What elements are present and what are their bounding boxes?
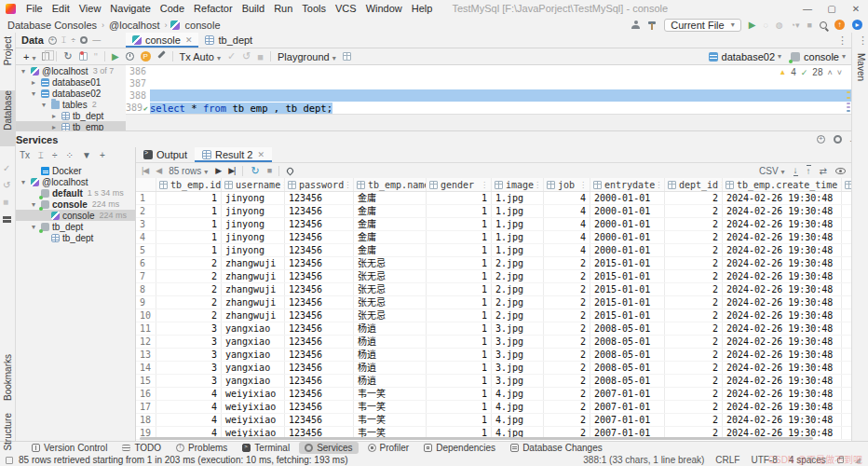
table-cell[interactable]: 金庸 <box>354 218 427 230</box>
table-cell[interactable]: 2024-02-26 19:30:48 <box>723 336 842 348</box>
table-cell[interactable]: zhangwuji <box>222 296 285 308</box>
table-cell[interactable]: 2 <box>156 283 222 295</box>
table-cell[interactable]: 1 <box>427 362 492 374</box>
reload-page-icon[interactable]: ↻ <box>251 165 259 177</box>
stop-query-icon[interactable]: ■ <box>267 166 271 175</box>
table-cell[interactable]: 4 <box>156 414 222 426</box>
column-header-entrydate[interactable]: entrydate⋮ <box>590 178 665 191</box>
sort-icon[interactable]: ⋮ <box>481 181 488 189</box>
profiler-button[interactable]: ◔▾ <box>791 21 800 30</box>
output-layout-icon[interactable] <box>343 52 351 61</box>
table-cell[interactable]: jinyong <box>222 218 285 230</box>
tree-item-tb_dept[interactable]: ▸tb_dept <box>16 110 126 121</box>
run-button[interactable]: ▶ <box>749 20 756 30</box>
table-cell[interactable]: 2000-01-01 <box>590 192 665 204</box>
table-cell[interactable]: 2 <box>665 336 723 348</box>
readonly-lock-icon[interactable] <box>837 458 844 463</box>
table-cell[interactable]: 2 <box>665 296 723 308</box>
table-cell[interactable]: 张无忌 <box>354 283 427 295</box>
table-row[interactable]: 102zhangwuji123456张无忌12.jpg22015-01-0122… <box>136 309 868 322</box>
column-header-tb_emp.id[interactable]: tb_emp.id⋮ <box>156 178 222 191</box>
table-cell[interactable]: 1 <box>427 388 492 400</box>
menu-view[interactable]: View <box>75 3 106 14</box>
table-cell[interactable]: 1 <box>427 231 492 243</box>
close-window-icon[interactable]: ✕ <box>844 4 868 14</box>
sort-icon[interactable]: ⋮ <box>534 181 541 189</box>
modify-table-icon[interactable] <box>79 52 88 61</box>
rollback-icon[interactable]: ↺ <box>3 180 10 190</box>
commit-button[interactable]: ✓ <box>227 50 236 62</box>
minimize-window-icon[interactable]: — <box>795 4 820 14</box>
table-row[interactable]: 41jinyong123456金庸11.jpg42000-01-0122024-… <box>136 231 868 244</box>
table-cell[interactable]: 杨逍 <box>354 349 427 361</box>
table-cell[interactable]: 金庸 <box>354 205 427 217</box>
table-cell[interactable]: 2 <box>665 388 723 400</box>
table-cell[interactable]: 2015-01-01 <box>590 257 665 269</box>
table-row[interactable]: 174weiyixiao123456韦一笑14.jpg22007-01-0122… <box>136 401 868 414</box>
table-cell[interactable]: 2024-02-26 19:30:48 <box>723 231 842 243</box>
menu-edit[interactable]: Edit <box>47 3 75 14</box>
table-cell[interactable]: 123456 <box>285 401 354 413</box>
table-cell[interactable]: 123456 <box>285 244 354 256</box>
table-cell[interactable]: 1.jpg <box>492 205 544 217</box>
table-cell[interactable]: 2 <box>665 309 723 322</box>
stop-session-icon[interactable]: ■ <box>3 197 8 207</box>
table-cell[interactable]: 2024-02-26 19:30:48 <box>723 414 842 426</box>
table-cell[interactable]: 2024-02-26 19:30:48 <box>723 349 842 361</box>
playground-mode-icon[interactable]: P <box>141 51 151 62</box>
table-cell[interactable]: 2 <box>544 296 590 308</box>
table-cell[interactable]: 123456 <box>285 336 354 348</box>
table-cell[interactable]: 4 <box>544 244 590 256</box>
table-cell[interactable]: 2 <box>665 205 723 217</box>
menu-refactor[interactable]: Refactor <box>189 3 237 14</box>
toolwindow-button-problems[interactable]: Problems <box>170 442 233 454</box>
table-cell[interactable]: 123456 <box>285 349 354 361</box>
table-cell[interactable]: 2 <box>665 322 723 335</box>
table-cell[interactable]: 2 <box>665 375 723 387</box>
table-cell[interactable]: 123456 <box>285 309 354 322</box>
table-cell[interactable]: 2024-02-26 19:30:48 <box>723 257 842 269</box>
table-cell[interactable]: 4 <box>544 218 590 230</box>
menu-help[interactable]: Help <box>407 3 438 14</box>
rollback-button[interactable]: ↺ <box>242 50 251 62</box>
table-cell[interactable]: 2 <box>544 414 590 426</box>
menu-build[interactable]: Build <box>237 3 269 14</box>
chevron-open-icon[interactable]: ▾ <box>42 101 51 109</box>
table-cell[interactable]: 张无忌 <box>354 257 427 269</box>
tree-item-database02[interactable]: ▾database02 <box>16 88 126 99</box>
more-options-icon[interactable]: ⋮ <box>858 34 868 47</box>
console-selector[interactable]: console ▾ <box>791 51 846 62</box>
table-cell[interactable]: 3 <box>156 375 222 387</box>
table-cell[interactable]: 1.jpg <box>492 231 544 243</box>
table-cell[interactable]: jinyong <box>222 231 285 243</box>
table-cell[interactable]: 2024-02-26 19:30:48 <box>723 388 842 400</box>
add-button[interactable]: +▾ <box>23 51 35 62</box>
table-row[interactable]: 72zhangwuji123456张无忌12.jpg22015-01-01220… <box>136 270 868 283</box>
table-cell[interactable]: 123456 <box>285 270 354 282</box>
run-config-combo[interactable]: Current File ▾ <box>664 19 740 32</box>
chevron-open-icon[interactable]: ▾ <box>21 178 31 186</box>
table-cell[interactable]: weiyixiao <box>222 401 285 413</box>
toolwindow-tab-maven[interactable]: Maven <box>852 53 868 98</box>
table-cell[interactable]: 1 <box>156 205 222 217</box>
next-problem-icon[interactable]: ˅ <box>837 68 842 77</box>
table-cell[interactable]: 2 <box>544 309 590 322</box>
column-header-tb_emp.create_time[interactable]: tb_emp.create_time⋮ <box>723 178 842 191</box>
table-cell[interactable]: 杨逍 <box>354 362 427 374</box>
sort-icon[interactable]: ⋮ <box>579 181 587 189</box>
table-row[interactable]: 11jinyong123456金庸11.jpg42000-01-0122024-… <box>136 192 868 205</box>
sql-editor[interactable]: 386 387 388 389✔select * from tb_emp , t… <box>126 65 851 114</box>
table-row[interactable]: 92zhangwuji123456张无忌12.jpg22015-01-01220… <box>136 296 868 309</box>
table-cell[interactable]: 2 <box>156 296 222 308</box>
table-cell[interactable]: 杨逍 <box>354 322 427 335</box>
export-data-icon[interactable]: ↓ <box>793 165 798 176</box>
chevron-closed-icon[interactable]: ▸ <box>52 123 61 131</box>
table-cell[interactable]: 4 <box>544 205 590 217</box>
collapse-all-icon[interactable]: ÷ <box>52 150 58 160</box>
table-cell[interactable]: 2007-01-01 <box>590 388 665 400</box>
playground-selector[interactable]: Playground▾ <box>278 51 336 62</box>
table-cell[interactable]: 2 <box>665 218 723 230</box>
table-cell[interactable]: 2.jpg <box>492 309 544 322</box>
close-tab-icon[interactable]: ✕ <box>185 35 193 45</box>
table-cell[interactable]: 1 <box>427 401 492 413</box>
